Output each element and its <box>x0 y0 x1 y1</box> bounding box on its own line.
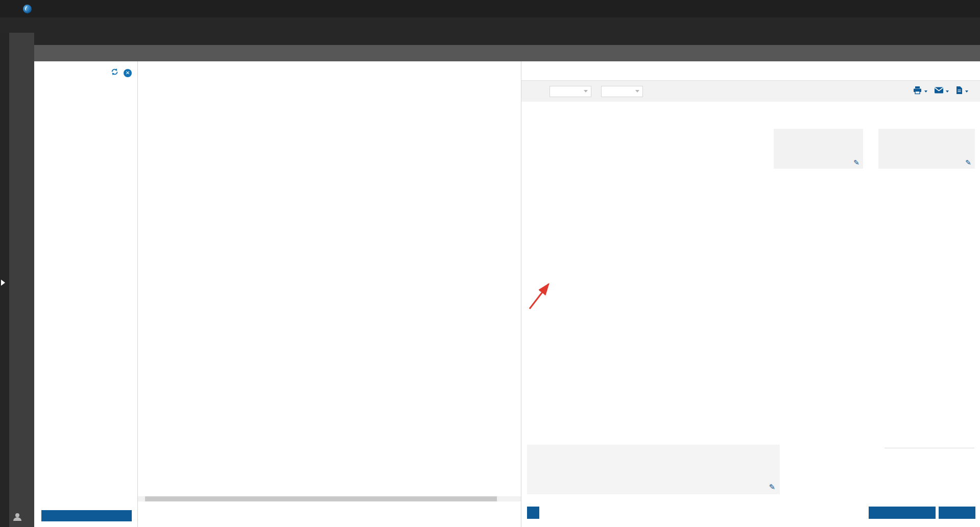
print-icon[interactable] <box>913 86 922 97</box>
menu-bar <box>0 17 980 33</box>
horizontal-scrollbar[interactable] <box>138 496 521 501</box>
scrollbar-thumb[interactable] <box>145 496 497 501</box>
put-on-layaway-button[interactable] <box>869 507 936 519</box>
app-window: ✕ <box>0 0 980 527</box>
document-icon[interactable] <box>955 86 963 97</box>
rep-select[interactable] <box>549 86 591 97</box>
chevron-down-icon[interactable] <box>924 90 927 93</box>
app-titlebar <box>0 0 980 17</box>
app-logo-icon <box>23 5 32 13</box>
edit-pencil-icon[interactable]: ✎ <box>853 159 859 166</box>
edit-pencil-icon[interactable]: ✎ <box>965 159 971 166</box>
refresh-icon[interactable] <box>110 67 119 78</box>
quickview-panel: ✎ ✎ <box>521 61 980 527</box>
save-button[interactable] <box>939 507 975 519</box>
sidebar-expander-icon[interactable] <box>1 280 5 286</box>
chevron-down-icon <box>635 90 639 93</box>
chevron-down-icon[interactable] <box>965 90 968 93</box>
search-button[interactable] <box>41 510 132 521</box>
pos-date <box>970 109 973 115</box>
sidebar <box>0 33 34 527</box>
inner-window-titlebar <box>34 45 980 61</box>
tab-bar <box>34 33 980 45</box>
quickview-toolbar <box>521 81 980 102</box>
edit-order-button[interactable] <box>527 507 539 519</box>
user-icon[interactable] <box>11 511 23 523</box>
mail-icon[interactable] <box>934 86 944 96</box>
filters-panel: ✕ <box>34 61 138 527</box>
edit-pencil-icon[interactable]: ✎ <box>769 483 775 491</box>
report-panel <box>138 61 521 527</box>
ship-to-box[interactable]: ✎ <box>878 129 975 169</box>
bill-to-box[interactable]: ✎ <box>774 129 863 169</box>
red-annotation-arrow <box>526 276 557 313</box>
divider <box>885 448 974 448</box>
terms-select[interactable] <box>601 86 643 97</box>
chevron-down-icon <box>584 90 588 93</box>
chevron-down-icon[interactable] <box>946 90 949 93</box>
notes-box[interactable]: ✎ <box>527 445 780 494</box>
clear-filters-icon[interactable]: ✕ <box>124 69 132 77</box>
